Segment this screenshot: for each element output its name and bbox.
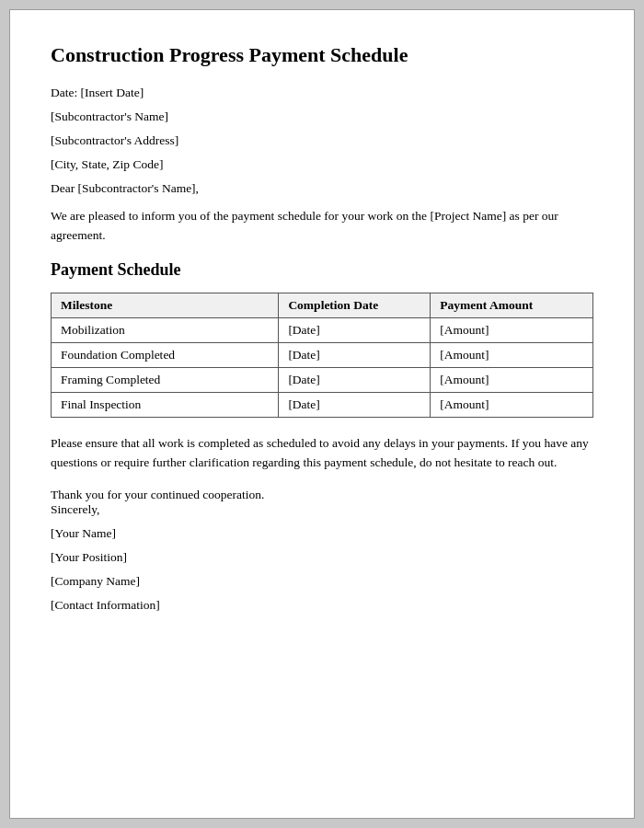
date-line: Date: [Insert Date] [51, 86, 593, 100]
col-header-amount: Payment Amount [431, 293, 593, 317]
col-header-date: Completion Date [279, 293, 431, 317]
document-title: Construction Progress Payment Schedule [51, 43, 593, 67]
cell-date: [Date] [279, 317, 431, 342]
table-row: Foundation Completed[Date][Amount] [52, 342, 593, 367]
contact-info: [Contact Information] [51, 598, 593, 613]
your-name: [Your Name] [51, 526, 593, 541]
cell-milestone: Final Inspection [52, 392, 279, 417]
city-state-zip: [City, State, Zip Code] [51, 157, 593, 172]
cell-amount: [Amount] [431, 367, 593, 392]
table-row: Mobilization[Date][Amount] [52, 317, 593, 342]
cell-amount: [Amount] [431, 342, 593, 367]
closing-section: Sincerely, [Your Name] [Your Position] [… [51, 502, 593, 613]
table-row: Framing Completed[Date][Amount] [52, 367, 593, 392]
payment-section-title: Payment Schedule [51, 260, 593, 280]
your-position: [Your Position] [51, 550, 593, 565]
cell-date: [Date] [279, 392, 431, 417]
note-paragraph: Please ensure that all work is completed… [51, 434, 593, 473]
subcontractor-address: [Subcontractor's Address] [51, 133, 593, 148]
cell-amount: [Amount] [431, 317, 593, 342]
cell-milestone: Mobilization [52, 317, 279, 342]
cell-date: [Date] [279, 367, 431, 392]
cell-amount: [Amount] [431, 392, 593, 417]
subcontractor-name: [Subcontractor's Name] [51, 109, 593, 124]
document-container: Construction Progress Payment Schedule D… [9, 9, 635, 819]
cell-date: [Date] [279, 342, 431, 367]
intro-paragraph: We are pleased to inform you of the paym… [51, 207, 593, 246]
payment-table: Milestone Completion Date Payment Amount… [51, 293, 593, 418]
cell-milestone: Foundation Completed [52, 342, 279, 367]
cell-milestone: Framing Completed [52, 367, 279, 392]
sincerely-label: Sincerely, [51, 502, 593, 517]
company-name: [Company Name] [51, 574, 593, 589]
table-header-row: Milestone Completion Date Payment Amount [52, 293, 593, 317]
table-row: Final Inspection[Date][Amount] [52, 392, 593, 417]
thank-you-line: Thank you for your continued cooperation… [51, 488, 593, 502]
col-header-milestone: Milestone [52, 293, 279, 317]
dear-line: Dear [Subcontractor's Name], [51, 181, 593, 196]
